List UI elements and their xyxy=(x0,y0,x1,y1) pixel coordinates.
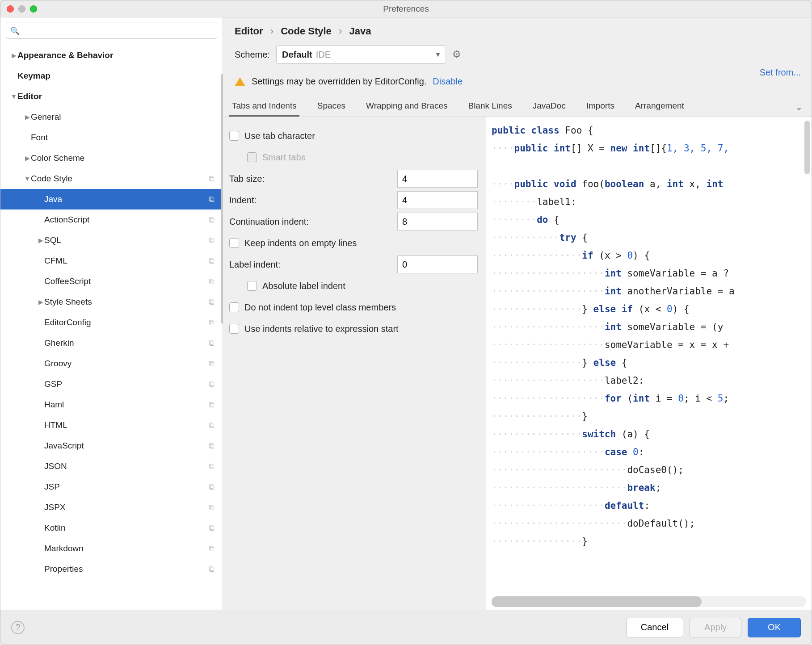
tab-size-input[interactable] xyxy=(397,170,478,188)
tree-item-sql[interactable]: ▶SQL⧉ xyxy=(0,230,223,251)
tabs-overflow-icon[interactable]: ⌄ xyxy=(793,97,805,117)
tree-item-markdown[interactable]: Markdown⧉ xyxy=(0,538,223,559)
tab-imports[interactable]: Imports xyxy=(584,95,617,117)
search-input[interactable] xyxy=(6,22,217,39)
warning-text: Settings may be overridden by EditorConf… xyxy=(252,76,426,87)
apply-button[interactable]: Apply xyxy=(690,618,741,637)
copy-icon: ⧉ xyxy=(209,277,215,286)
absolute-label-indent-checkbox[interactable] xyxy=(247,281,257,291)
tree-item-jsp[interactable]: JSP⧉ xyxy=(0,477,223,497)
disclosure-arrow-icon: ▼ xyxy=(24,175,31,182)
gear-icon[interactable]: ⚙ xyxy=(452,49,461,60)
copy-icon: ⧉ xyxy=(209,524,215,533)
scheme-select[interactable]: Default IDE ▼ xyxy=(276,45,446,64)
tree-item-html[interactable]: HTML⧉ xyxy=(0,415,223,436)
keep-indents-empty-checkbox[interactable] xyxy=(229,238,239,248)
tree-item-coffeescript[interactable]: CoffeeScript⧉ xyxy=(0,271,223,292)
tree-item-label: ActionScript xyxy=(44,215,223,225)
tree-item-editor[interactable]: ▼Editor xyxy=(0,86,223,107)
tree-item-color-scheme[interactable]: ▶Color Scheme xyxy=(0,148,223,168)
tree-item-groovy[interactable]: Groovy⧉ xyxy=(0,353,223,374)
tree-item-style-sheets[interactable]: ▶Style Sheets⧉ xyxy=(0,292,223,312)
tree-item-label: CoffeeScript xyxy=(44,276,223,286)
scheme-scope: IDE xyxy=(316,50,331,60)
tree-item-appearance-behavior[interactable]: ▶Appearance & Behavior xyxy=(0,45,223,66)
label-indent-input[interactable] xyxy=(397,255,478,273)
tree-item-kotlin[interactable]: Kotlin⧉ xyxy=(0,518,223,538)
warning-icon xyxy=(235,77,245,86)
tab-arrangement[interactable]: Arrangement xyxy=(632,95,687,117)
no-indent-top-level-label: Do not indent top level class members xyxy=(244,302,478,313)
code-preview: public class Foo { ····public int[] X = … xyxy=(486,117,812,610)
tree-item-json[interactable]: JSON⧉ xyxy=(0,456,223,477)
breadcrumb-editor[interactable]: Editor xyxy=(235,25,263,37)
help-icon[interactable]: ? xyxy=(11,621,25,634)
copy-icon: ⧉ xyxy=(209,195,215,204)
tree-item-label: CFML xyxy=(44,256,223,266)
tree-item-keymap[interactable]: Keymap xyxy=(0,66,223,86)
preview-scrollbar-horizontal[interactable] xyxy=(492,596,806,607)
disclosure-arrow-icon: ▶ xyxy=(10,52,17,59)
relative-expr-indent-checkbox[interactable] xyxy=(229,324,239,334)
tree-item-gherkin[interactable]: Gherkin⧉ xyxy=(0,333,223,353)
tree-item-general[interactable]: ▶General xyxy=(0,107,223,127)
copy-icon: ⧉ xyxy=(209,421,215,430)
disclosure-arrow-icon: ▼ xyxy=(10,93,17,100)
disable-editorconfig-link[interactable]: Disable xyxy=(433,76,463,87)
tree-item-properties[interactable]: Properties⧉ xyxy=(0,559,223,579)
copy-icon: ⧉ xyxy=(209,544,215,553)
tab-spaces[interactable]: Spaces xyxy=(315,95,348,117)
set-from-link[interactable]: Set from... xyxy=(760,67,801,78)
settings-tree[interactable]: ▶Appearance & BehaviorKeymap▼Editor▶Gene… xyxy=(0,43,223,610)
tree-item-font[interactable]: Font xyxy=(0,127,223,148)
continuation-indent-label: Continuation indent: xyxy=(229,217,397,227)
titlebar: Preferences xyxy=(0,0,812,17)
tab-blank-lines[interactable]: Blank Lines xyxy=(465,95,514,117)
scrollbar-thumb[interactable] xyxy=(492,596,702,607)
ok-button[interactable]: OK xyxy=(748,618,801,637)
tree-item-editorconfig[interactable]: EditorConfig⧉ xyxy=(0,312,223,333)
use-tab-char-checkbox[interactable] xyxy=(229,131,239,141)
smart-tabs-label: Smart tabs xyxy=(262,152,478,163)
tab-wrapping-and-braces[interactable]: Wrapping and Braces xyxy=(363,95,450,117)
copy-icon: ⧉ xyxy=(209,256,215,266)
tree-item-label: Properties xyxy=(44,564,223,574)
tree-item-haml[interactable]: Haml⧉ xyxy=(0,394,223,415)
continuation-indent-input[interactable] xyxy=(397,213,478,230)
tabs-and-indents-settings: Use tab character Smart tabs Tab size: I… xyxy=(223,117,486,610)
tree-item-actionscript[interactable]: ActionScript⧉ xyxy=(0,209,223,230)
tree-item-label: Gherkin xyxy=(44,338,223,348)
tree-item-cfml[interactable]: CFML⧉ xyxy=(0,251,223,271)
tab-tabs-and-indents[interactable]: Tabs and Indents xyxy=(229,95,299,117)
tree-item-label: Java xyxy=(44,194,223,204)
preview-scrollbar-vertical[interactable] xyxy=(804,121,810,174)
breadcrumb-java: Java xyxy=(349,25,371,37)
tree-item-label: Groovy xyxy=(44,359,223,369)
cancel-button[interactable]: Cancel xyxy=(626,618,683,637)
tree-item-label: Style Sheets xyxy=(44,297,223,307)
tab-javadoc[interactable]: JavaDoc xyxy=(530,95,568,117)
indent-input[interactable] xyxy=(397,191,478,209)
breadcrumb-codestyle[interactable]: Code Style xyxy=(281,25,332,37)
tree-item-label: JSPX xyxy=(44,503,223,512)
tree-item-jspx[interactable]: JSPX⧉ xyxy=(0,497,223,518)
tree-item-java[interactable]: Java⧉ xyxy=(0,189,223,209)
chevron-right-icon: › xyxy=(270,25,273,37)
copy-icon: ⧉ xyxy=(209,359,215,369)
disclosure-arrow-icon: ▶ xyxy=(24,113,31,121)
copy-icon: ⧉ xyxy=(209,174,215,184)
tree-item-gsp[interactable]: GSP⧉ xyxy=(0,374,223,394)
tree-item-label: Keymap xyxy=(17,71,223,81)
window-title: Preferences xyxy=(0,4,812,14)
tree-item-label: JSON xyxy=(44,461,223,471)
copy-icon: ⧉ xyxy=(209,565,215,574)
no-indent-top-level-checkbox[interactable] xyxy=(229,302,239,312)
copy-icon: ⧉ xyxy=(209,215,215,225)
tree-item-label: Code Style xyxy=(31,174,223,184)
tree-item-javascript[interactable]: JavaScript⧉ xyxy=(0,436,223,456)
indent-label: Indent: xyxy=(229,195,397,205)
tree-item-code-style[interactable]: ▼Code Style⧉ xyxy=(0,168,223,189)
copy-icon: ⧉ xyxy=(209,482,215,492)
tree-item-label: Kotlin xyxy=(44,523,223,533)
disclosure-arrow-icon: ▶ xyxy=(37,237,44,244)
